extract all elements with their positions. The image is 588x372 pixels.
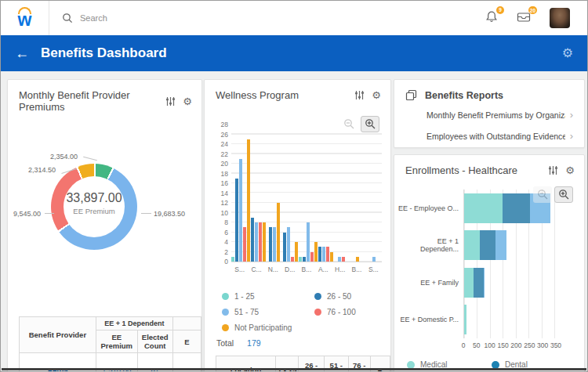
x-tick-label: 50 xyxy=(473,341,480,349)
wellness-card-title: Wellness Program xyxy=(216,89,354,101)
bar-segment-Medical[interactable] xyxy=(464,268,474,298)
workday-logo[interactable]: w xyxy=(1,1,49,35)
legend-dot xyxy=(407,361,415,369)
y-tick-label: 4 xyxy=(224,238,228,246)
y-tick-label: 12 xyxy=(221,199,228,207)
filter-sliders-icon[interactable] xyxy=(548,165,558,175)
filter-sliders-icon[interactable] xyxy=(165,96,176,107)
bar-Not Participating[interactable] xyxy=(277,203,280,262)
bar-segment-Dental[interactable] xyxy=(503,193,530,223)
report-link-row[interactable]: Employees with Outstanding Evidence of I… xyxy=(394,125,584,146)
legend-item: 1 - 25 xyxy=(222,288,314,304)
inbox-badge: 20 xyxy=(528,6,537,14)
y-tick-label: 22 xyxy=(221,150,228,158)
bar-1 - 25[interactable] xyxy=(231,257,234,262)
y-tick-label: 18 xyxy=(221,170,228,178)
reports-icon xyxy=(405,89,417,101)
enrollments-card-title: Enrollments - Healthcare xyxy=(405,164,548,176)
bar-segment-Medical[interactable] xyxy=(464,230,480,260)
bar-51 - 75[interactable] xyxy=(322,247,325,262)
dashboard-content: Monthly Benefit Provider Premiums ⚙ xyxy=(1,71,587,371)
reports-card-title: Benefits Reports xyxy=(425,90,575,101)
stacked-bar-row xyxy=(464,264,557,302)
x-tick-label: B... xyxy=(298,265,314,273)
premiums-gear-icon[interactable]: ⚙ xyxy=(183,96,192,107)
chevron-right-icon: › xyxy=(570,109,573,121)
bar-51 - 75[interactable] xyxy=(273,227,276,262)
bar-51 - 75[interactable] xyxy=(307,222,310,262)
wellness-legend: 1 - 2551 - 75Not Participating26 - 5076 … xyxy=(222,288,407,335)
bar-group xyxy=(282,125,299,262)
search-input[interactable] xyxy=(80,13,315,23)
workday-logo-arc xyxy=(18,7,31,14)
x-tick-label: 250 xyxy=(524,341,535,349)
bar-segment-(legend cut off)[interactable] xyxy=(495,230,506,260)
wellness-gear-icon[interactable]: ⚙ xyxy=(372,90,381,100)
report-link-row[interactable]: Monthly Benefit Premiums by Organization… xyxy=(394,104,584,125)
bar-Not Participating[interactable] xyxy=(263,222,266,262)
x-tick-label: H... xyxy=(332,265,348,273)
bar-51 - 75[interactable] xyxy=(255,222,258,262)
total-value-link[interactable]: 179 xyxy=(247,338,261,348)
bar-76 - 100[interactable] xyxy=(291,257,294,262)
enrollments-x-axis: 050100150200250300350 xyxy=(463,341,557,351)
legend-dot xyxy=(222,309,229,316)
bar-26 - 50[interactable] xyxy=(303,257,306,262)
bar-segment-(legend cut off)[interactable] xyxy=(484,268,485,298)
zoom-out-button[interactable] xyxy=(339,116,358,132)
x-tick-label: 0 xyxy=(462,341,466,349)
bar-segment-Dental[interactable] xyxy=(474,268,484,298)
bar-Not Participating[interactable] xyxy=(295,242,298,262)
bar-segment-Medical[interactable] xyxy=(464,305,466,334)
bar-segment-Medical[interactable] xyxy=(464,193,503,223)
dashboard-settings-gear-icon[interactable]: ⚙ xyxy=(562,47,573,60)
y-tick-label: 24 xyxy=(221,140,228,148)
legend-dot xyxy=(492,361,499,369)
zoom-in-button[interactable] xyxy=(361,116,379,132)
reports-list: Monthly Benefit Premiums by Organization… xyxy=(394,104,584,146)
bar-segment-Dental[interactable] xyxy=(480,230,495,260)
profile-avatar[interactable] xyxy=(550,8,570,28)
bar-76 - 100[interactable] xyxy=(326,247,329,262)
bar-51 - 75[interactable] xyxy=(287,227,290,262)
bar-51 - 75[interactable] xyxy=(239,159,242,262)
notifications-badge: 9 xyxy=(496,6,504,14)
bar-51 - 75[interactable] xyxy=(338,257,341,262)
col-elected-count: Elected Count xyxy=(137,330,172,353)
col-ee-premium: EE Premium xyxy=(96,330,137,353)
bar-51 - 75[interactable] xyxy=(372,257,376,262)
enrollments-gear-icon[interactable]: ⚙ xyxy=(565,165,575,175)
wellness-y-axis: 0246810121416182022242628 xyxy=(212,125,230,262)
notifications-button[interactable]: 9 xyxy=(485,10,498,27)
bar-26 - 50[interactable] xyxy=(283,233,286,262)
back-button[interactable]: ← xyxy=(15,45,29,62)
premiums-table: Benefit Provider EE + 1 Dependent EE Pre… xyxy=(19,316,201,372)
bar-26 - 50[interactable] xyxy=(251,218,254,262)
group-partial xyxy=(172,317,201,330)
bar-Not Participating[interactable] xyxy=(356,257,359,262)
premiums-card: Monthly Benefit Provider Premiums ⚙ xyxy=(7,79,202,372)
x-tick-label: 100 xyxy=(485,341,495,349)
bar-Not Participating[interactable] xyxy=(330,252,333,262)
bar-26 - 50[interactable] xyxy=(269,227,272,262)
bar-76 - 100[interactable] xyxy=(310,252,314,262)
col-partial-e: E xyxy=(172,330,201,353)
bar-76 - 100[interactable] xyxy=(259,222,262,262)
y-tick-label: 16 xyxy=(221,179,228,187)
enrollments-plot xyxy=(463,190,557,338)
bar-76 - 100[interactable] xyxy=(342,257,345,262)
total-label: Total xyxy=(216,338,234,348)
inbox-button[interactable]: 20 xyxy=(517,10,531,26)
bar-76 - 100[interactable] xyxy=(243,227,246,262)
bar-group xyxy=(318,125,334,262)
app-window: w 9 20 xyxy=(0,0,588,372)
bar-26 - 50[interactable] xyxy=(318,247,321,262)
stacked-bar-row xyxy=(464,227,557,265)
bar-26 - 50[interactable] xyxy=(235,179,238,262)
zoom-in-button[interactable] xyxy=(554,186,573,203)
filter-sliders-icon[interactable] xyxy=(354,90,365,100)
group-ee1dependent: EE + 1 Dependent xyxy=(96,317,172,330)
zoom-out-button[interactable] xyxy=(533,186,552,203)
x-tick-label: 200 xyxy=(510,341,521,349)
bar-1 - 25[interactable] xyxy=(299,257,302,262)
